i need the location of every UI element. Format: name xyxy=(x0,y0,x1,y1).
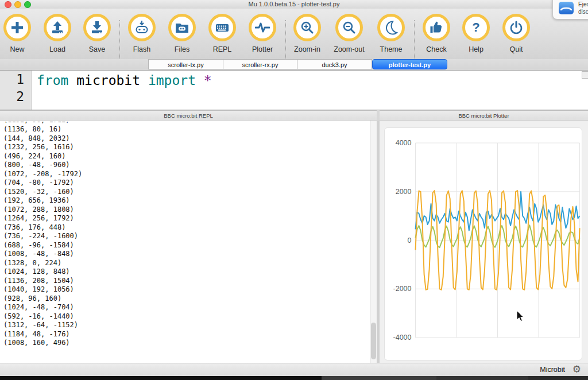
repl-line: (688, -96, -1584) xyxy=(3,241,370,250)
magnifier-plus-icon xyxy=(293,14,321,41)
repl-panel: BBC micro:bit REPL (1152, 96, 1712)(1136… xyxy=(0,110,377,363)
repl-line: (1040, 192, 1056) xyxy=(3,285,370,294)
zoom-out-button[interactable]: Zoom-out xyxy=(331,9,368,59)
code-token: * xyxy=(204,73,212,88)
y-tick-label: 0 xyxy=(408,236,412,245)
repl-scrollbar[interactable] xyxy=(370,121,377,363)
repl-line: (928, 96, 160) xyxy=(3,294,370,304)
line-number: 1 xyxy=(0,71,31,88)
toolbar-label: Theme xyxy=(368,45,414,53)
line-number: 2 xyxy=(0,88,31,105)
toolbar-label: Files xyxy=(159,45,205,53)
files-button[interactable]: Files xyxy=(164,9,200,59)
repl-line: (736, 176, 448) xyxy=(3,223,370,232)
y-tick-label: -2000 xyxy=(393,285,412,293)
chart-canvas: 400020000-2000-4000 xyxy=(385,128,582,360)
editor-scrollbar[interactable] xyxy=(582,71,588,79)
power-icon xyxy=(502,14,530,41)
status-bar: Microbit ⚙ xyxy=(0,363,588,376)
repl-line: (1312, -64, -1152) xyxy=(3,321,370,330)
code-token: microbit xyxy=(76,73,140,88)
toolbar-label: Zoom-in xyxy=(284,45,330,53)
y-tick-label: 2000 xyxy=(396,188,412,196)
notification-line-2: disc xyxy=(578,9,588,15)
repl-line: (1136, 80, 16) xyxy=(3,125,370,134)
plotter-chart: 400020000-2000-4000 xyxy=(384,127,582,360)
repl-line: (1232, 256, 1616) xyxy=(3,143,370,152)
toolbar-label: Help xyxy=(453,45,499,53)
repl-line: (1264, 256, 1792) xyxy=(3,214,370,223)
repl-line: (592, -16, -1440) xyxy=(3,312,370,321)
repl-output[interactable]: (1152, 96, 1712)(1136, 80, 16)(144, 848,… xyxy=(0,121,370,363)
bottom-dark-strip-segment xyxy=(436,376,528,380)
device-mode-label: Microbit xyxy=(540,363,565,376)
flash-microbit-icon xyxy=(128,14,156,41)
plotter-button[interactable]: Plotter xyxy=(244,9,281,59)
save-button[interactable]: Save xyxy=(79,9,115,59)
keyboard-icon xyxy=(208,14,236,41)
disk-eject-icon xyxy=(559,2,574,14)
new-button[interactable]: New xyxy=(0,9,36,59)
repl-line: (1520, -32, -160) xyxy=(3,188,370,197)
gear-icon[interactable]: ⚙ xyxy=(572,363,581,376)
toolbar: New Load Save Flash Files REPL P xyxy=(0,9,588,59)
repl-line: (1008, -48, -848) xyxy=(3,250,370,259)
mouse-cursor xyxy=(516,311,524,322)
code-token: import xyxy=(148,73,196,88)
code-token xyxy=(140,73,148,88)
repl-panel-header: BBC micro:bit REPL xyxy=(0,110,377,121)
tab-bar: scroller-tx.py scroller-rx.py duck3.py p… xyxy=(0,59,588,70)
plus-icon xyxy=(3,14,31,41)
repl-scrollbar-thumb[interactable] xyxy=(371,323,376,359)
eject-notification[interactable]: Ejec disc xyxy=(552,0,588,20)
repl-line: (1024, -48, -704) xyxy=(3,303,370,312)
toolbar-label: Plotter xyxy=(239,45,285,53)
toolbar-label: Save xyxy=(74,45,120,53)
check-button[interactable]: Check xyxy=(418,9,455,59)
repl-line: (1328, 0, 224) xyxy=(3,259,370,268)
upload-icon xyxy=(44,14,71,41)
window-title: Mu 1.0.0.beta.15 - plotter-test.py xyxy=(0,0,588,9)
question-mark-icon: ? xyxy=(462,14,490,41)
repl-line: (1136, 208, 1504) xyxy=(3,277,370,286)
code-token xyxy=(196,73,204,88)
plotter-panel-header: BBC micro:bit Plotter xyxy=(380,110,588,121)
repl-line: (1184, 48, -176) xyxy=(3,330,370,339)
y-tick-label: -4000 xyxy=(393,334,412,342)
repl-line: (1008, 160, 496) xyxy=(3,339,370,348)
thumbs-up-icon xyxy=(423,14,450,41)
load-button[interactable]: Load xyxy=(39,9,76,59)
folder-icon xyxy=(168,14,196,41)
y-tick-label: 4000 xyxy=(396,139,412,147)
zoom-in-button[interactable]: Zoom-in xyxy=(289,9,326,59)
theme-button[interactable]: Theme xyxy=(373,9,409,59)
bottom-dark-strip-segment xyxy=(322,376,436,380)
tab-scroller-tx[interactable]: scroller-tx.py xyxy=(148,59,223,69)
code-token: from xyxy=(37,73,68,88)
tab-plotter-test[interactable]: plotter-test.py xyxy=(372,59,447,69)
toolbar-label: Load xyxy=(34,45,80,53)
line-number-gutter: 1 2 xyxy=(0,71,32,110)
title-bar: Mu 1.0.0.beta.15 - plotter-test.py xyxy=(0,0,588,9)
toolbar-label: Check xyxy=(413,45,459,53)
toolbar-label: Zoom-out xyxy=(326,45,372,53)
pulse-icon xyxy=(249,14,276,41)
toolbar-label: Flash xyxy=(119,45,165,53)
quit-button[interactable]: Quit xyxy=(498,9,535,59)
repl-line: (1072, -208, -1792) xyxy=(3,170,370,179)
magnifier-minus-icon xyxy=(335,14,363,41)
download-icon xyxy=(83,14,111,41)
toolbar-label: Quit xyxy=(493,45,539,53)
flash-button[interactable]: Flash xyxy=(123,9,160,59)
moon-icon xyxy=(377,14,405,41)
repl-line: (1072, 288, 1808) xyxy=(3,205,370,215)
repl-line: (192, 656, 1936) xyxy=(3,196,370,205)
tab-scroller-rx[interactable]: scroller-rx.py xyxy=(223,59,297,69)
code-editor[interactable]: 1 2 from microbit import * xyxy=(0,70,588,110)
svg-text:?: ? xyxy=(472,20,479,34)
code-token xyxy=(68,73,76,88)
help-button[interactable]: ? Help xyxy=(458,9,494,59)
tab-duck3[interactable]: duck3.py xyxy=(297,59,372,69)
repl-button[interactable]: REPL xyxy=(204,9,241,59)
code-line-1: from microbit import * xyxy=(37,72,212,89)
